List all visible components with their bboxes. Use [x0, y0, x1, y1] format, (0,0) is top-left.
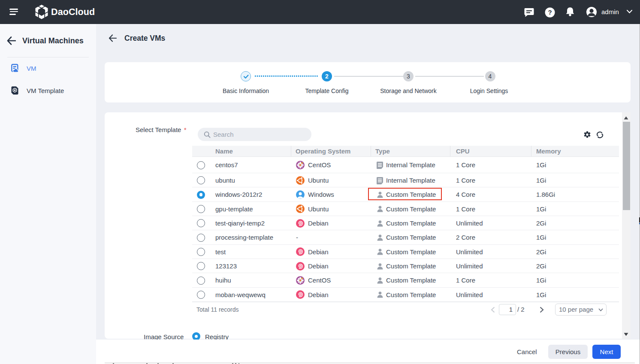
svg-text:?: ?	[548, 9, 552, 16]
